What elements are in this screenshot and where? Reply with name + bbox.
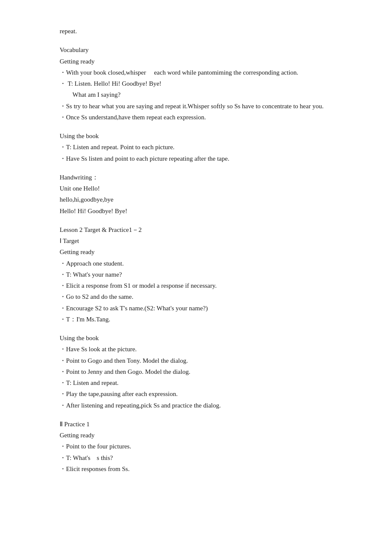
bullet-go-s2: Go to S2 and do the same. [60, 291, 332, 302]
roman2: Ⅱ Practice 1 [60, 419, 332, 430]
bullet-elicit-s1: Elicit a response from S1 or model a res… [60, 280, 332, 291]
bullet-approach: Approach one student. [60, 258, 332, 269]
using-the-book-1: Using the book [60, 130, 332, 142]
bullet-listen-repeat-2: T: Listen and repeat. [60, 377, 332, 388]
bullet-listen-repeat-1: T: Listen and repeat. Point to each pict… [60, 142, 332, 153]
bullet-listen-text: T: Listen. Hello! Hi! Goodbye! Bye! [68, 80, 161, 87]
bullet-ss-try: Ss try to hear what you are saying and r… [60, 101, 332, 112]
bullet-book-closed: With your book closed,whisper each word … [60, 67, 332, 78]
practice1-section: Ⅱ Practice 1 Getting ready Point to the … [60, 419, 332, 474]
handwriting-section: Handwriting： Unit one Hello! hello,hi,go… [60, 172, 332, 217]
handwriting-unit: Unit one Hello! [60, 183, 332, 194]
handwriting-title: Handwriting： [60, 172, 332, 183]
getting-ready-2: Getting ready [60, 246, 332, 257]
bullet-have-ss-look: Have Ss look at the picture. [60, 344, 332, 355]
bullet-whats-name: T: What's your name? [60, 269, 332, 280]
roman1: Ⅰ Target [60, 235, 332, 246]
bullet-point-jenny: Point to Jenny and then Gogo. Model the … [60, 366, 332, 377]
using-the-book-2: Using the book [60, 332, 332, 344]
bullet-point-four: Point to the four pictures. [60, 441, 332, 452]
bullet-have-ss-listen: Have Ss listen and point to each picture… [60, 153, 332, 164]
bullet-play-tape: Play the tape,pausing after each express… [60, 388, 332, 399]
repeat-section: repeat. [60, 26, 332, 37]
using-book-2-section: Using the book Have Ss look at the pictu… [60, 332, 332, 411]
bullet-point-gogo: Point to Gogo and then Tony. Model the d… [60, 355, 332, 366]
vocabulary-title: Vocabulary [60, 44, 332, 55]
getting-ready-1: Getting ready [60, 56, 332, 67]
lesson2-section: Lesson 2 Target & Practice1－2 Ⅰ Target G… [60, 224, 332, 325]
repeat-text: repeat. [60, 26, 332, 37]
bullet-encourage-s2: Encourage S2 to ask T's name.(S2: What's… [60, 303, 332, 314]
bullet-once-ss: Once Ss understand,have them repeat each… [60, 112, 332, 123]
handwriting-phrase: Hello! Hi! Goodbye! Bye! [60, 205, 332, 217]
bullet-listen: T: Listen. Hello! Hi! Goodbye! Bye! [60, 78, 332, 89]
vocabulary-section: Vocabulary Getting ready With your book … [60, 44, 332, 123]
lesson2-title: Lesson 2 Target & Practice1－2 [60, 224, 332, 235]
what-am-i: What am I saying? [60, 89, 332, 100]
bullet-t-im: T：I'm Ms.Tang. [60, 314, 332, 325]
bullet-elicit-responses: Elicit responses from Ss. [60, 463, 332, 474]
bullet-whats-this: T: What's s this? [60, 452, 332, 463]
getting-ready-3: Getting ready [60, 430, 332, 441]
using-book-1-section: Using the book T: Listen and repeat. Poi… [60, 130, 332, 164]
handwriting-words: hello,hi,goodbye,bye [60, 194, 332, 205]
bullet-after-listening: After listening and repeating,pick Ss an… [60, 400, 332, 411]
